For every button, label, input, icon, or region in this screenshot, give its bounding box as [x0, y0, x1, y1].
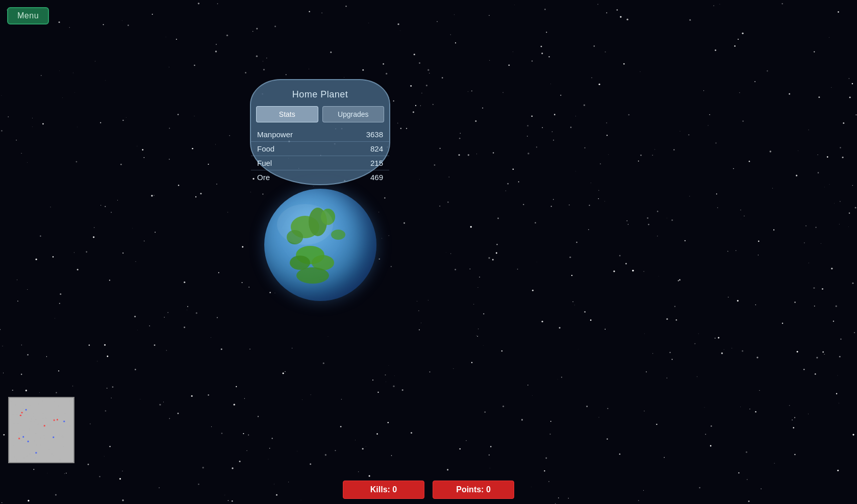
bottom-bar: Kills: 0 Points: 0	[343, 481, 514, 499]
menu-button[interactable]: Menu	[7, 7, 49, 24]
svg-point-9	[277, 204, 333, 245]
minimap-canvas	[9, 398, 73, 462]
planet-continents	[264, 189, 376, 301]
svg-point-8	[331, 230, 345, 240]
stat-value: 3638	[337, 128, 389, 142]
stats-table: Manpower3638Food824Fuel215Ore469	[251, 128, 389, 184]
svg-point-7	[296, 267, 329, 284]
minimap	[8, 397, 74, 463]
tab-row: Stats Upgrades	[251, 106, 389, 128]
svg-point-5	[290, 256, 310, 270]
planet-globe	[264, 189, 376, 301]
stat-row-ore: Ore469	[251, 170, 389, 185]
stat-row-fuel: Fuel215	[251, 156, 389, 170]
planet-panel: Home Planet Stats Upgrades Manpower3638F…	[250, 79, 390, 185]
tab-upgrades[interactable]: Upgrades	[322, 106, 385, 122]
points-badge: Points: 0	[433, 481, 514, 499]
stat-name: Ore	[251, 170, 337, 185]
panel-title: Home Planet	[251, 80, 389, 106]
stat-name: Food	[251, 142, 337, 156]
kills-badge: Kills: 0	[343, 481, 424, 499]
globe-container	[250, 189, 390, 301]
stat-row-manpower: Manpower3638	[251, 128, 389, 142]
stat-name: Manpower	[251, 128, 337, 142]
stat-value: 824	[337, 142, 389, 156]
stat-value: 469	[337, 170, 389, 185]
stat-row-food: Food824	[251, 142, 389, 156]
tab-stats[interactable]: Stats	[256, 106, 318, 122]
stat-value: 215	[337, 156, 389, 170]
starfield-background	[0, 0, 857, 504]
stat-name: Fuel	[251, 156, 337, 170]
